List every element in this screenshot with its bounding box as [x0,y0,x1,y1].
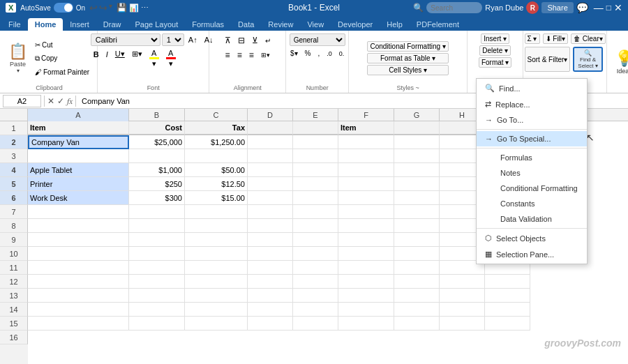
cell-f2[interactable] [338,135,394,149]
conditional-formatting-button[interactable]: Conditional Formatting ▾ [367,41,448,52]
col-header-b[interactable]: B [129,109,185,121]
cell-b7[interactable] [129,205,185,219]
cell-a6[interactable]: Work Desk [28,191,129,205]
align-middle-button[interactable]: ⊟ [235,33,248,47]
cell-c3[interactable] [185,149,248,163]
cell-a4[interactable]: Apple Tablet [28,163,129,177]
tab-pdfelement[interactable]: PDFelement [410,18,466,31]
minimize-button[interactable]: — [594,2,604,13]
cell-a2[interactable]: Company Van [28,135,129,149]
row-num-15[interactable]: 15 [0,317,28,331]
share-icon[interactable]: 📊 [129,3,139,13]
cell-b2[interactable]: $25,000 [129,135,185,149]
col-header-g[interactable]: G [394,109,440,121]
cell-b4[interactable]: $1,000 [129,163,185,177]
copy-button[interactable]: ⧉Copy [31,52,93,65]
cell-b6[interactable]: $300 [129,191,185,205]
cell-d2[interactable] [248,135,293,149]
row-num-12[interactable]: 12 [0,275,28,289]
cell-e1[interactable] [293,121,338,135]
row-num-6[interactable]: 6 [0,191,28,205]
menu-item-formulas[interactable]: Formulas [477,150,587,165]
tab-help[interactable]: Help [380,18,410,31]
cell-a5[interactable]: Printer [28,177,129,191]
increase-font-button[interactable]: A↑ [186,34,200,46]
cell-f3[interactable] [338,149,394,163]
cell-f6[interactable] [338,191,394,205]
share-button[interactable]: Share [541,2,573,13]
row-num-11[interactable]: 11 [0,261,28,275]
align-top-button[interactable]: ⊼ [222,33,234,47]
undo-icon[interactable]: ↩ [89,2,98,13]
save-icon[interactable]: 💾 [117,3,127,13]
maximize-button[interactable]: □ [606,3,611,13]
tab-draw[interactable]: Draw [96,18,128,31]
menu-item-select-objects[interactable]: ⬡ Select Objects [477,230,587,246]
sort-filter-button[interactable]: Sort & Filter▾ [525,47,571,72]
format-cells-button[interactable]: Format ▾ [479,57,511,68]
cell-e5[interactable] [293,177,338,191]
percent-button[interactable]: % [302,47,314,59]
tab-review[interactable]: Review [261,18,300,31]
insert-function-icon[interactable]: 𝑓𝑥 [67,96,73,106]
bold-button[interactable]: B [91,48,102,60]
close-button[interactable]: ✕ [614,2,622,13]
search-icon[interactable]: 🔍 [413,3,424,13]
cell-b5[interactable]: $250 [129,177,185,191]
align-center-button[interactable]: ≡ [234,48,245,62]
redo-icon[interactable]: ↪ [99,2,107,13]
cell-g2[interactable] [394,135,440,149]
tab-developer[interactable]: Developer [331,18,380,31]
tab-data[interactable]: Data [231,18,261,31]
cancel-formula-icon[interactable]: ✕ [47,96,54,106]
cell-g6[interactable] [394,191,440,205]
cell-a7[interactable] [28,205,129,219]
cell-d5[interactable] [248,177,293,191]
comments-icon[interactable]: 💬 [576,2,588,13]
decrease-decimal-button[interactable]: 0. [336,47,347,59]
row-num-7[interactable]: 7 [0,205,28,219]
menu-item-goto[interactable]: → Go To... [477,112,587,128]
wrap-text-button[interactable]: ↵ [262,33,274,47]
border-button[interactable]: ⊞▾ [129,48,145,60]
cell-b3[interactable] [129,149,185,163]
tab-page-layout[interactable]: Page Layout [128,18,185,31]
italic-button[interactable]: I [103,48,111,60]
fill-color-button[interactable]: A ▾ [147,48,162,60]
customize-icon[interactable]: ▾ [109,2,112,13]
cell-e2[interactable] [293,135,338,149]
insert-cells-button[interactable]: Insert ▾ [481,33,509,44]
font-name-select[interactable]: Calibri [91,33,160,46]
cell-c6[interactable]: $15.00 [185,191,248,205]
cell-e3[interactable] [293,149,338,163]
col-header-e[interactable]: E [293,109,338,121]
cell-a1[interactable]: Item [28,121,129,135]
row-num-13[interactable]: 13 [0,289,28,303]
row-num-14[interactable]: 14 [0,303,28,317]
tab-insert[interactable]: Insert [63,18,96,31]
cell-c7[interactable] [185,205,248,219]
number-format-select[interactable]: General [290,33,345,46]
cell-c4[interactable]: $50.00 [185,163,248,177]
menu-item-notes[interactable]: Notes [477,165,587,181]
user-avatar[interactable]: R [526,1,539,14]
cell-c1[interactable]: Tax [185,121,248,135]
find-select-button[interactable]: 🔍 Find &Select ▾ [573,47,602,72]
row-num-1[interactable]: 1 [0,121,28,135]
tab-home[interactable]: Home [28,18,63,31]
delete-cells-button[interactable]: Delete ▾ [479,45,511,56]
col-header-d[interactable]: D [248,109,293,121]
currency-button[interactable]: $▾ [287,47,301,59]
autosave-toggle[interactable] [54,3,73,13]
clear-button[interactable]: 🗑 Clear▾ [571,33,606,44]
tab-view[interactable]: View [300,18,331,31]
font-size-select[interactable]: 11 [162,33,184,46]
autosum-button[interactable]: Σ ▾ [525,33,540,44]
cell-b1[interactable]: Cost [129,121,185,135]
cell-f1[interactable]: Item [338,121,394,135]
col-header-a[interactable]: A [28,109,129,121]
confirm-formula-icon[interactable]: ✓ [57,96,64,106]
col-header-f[interactable]: F [338,109,394,121]
fill-button[interactable]: ⬇ Fill▾ [543,33,569,44]
cell-f4[interactable] [338,163,394,177]
